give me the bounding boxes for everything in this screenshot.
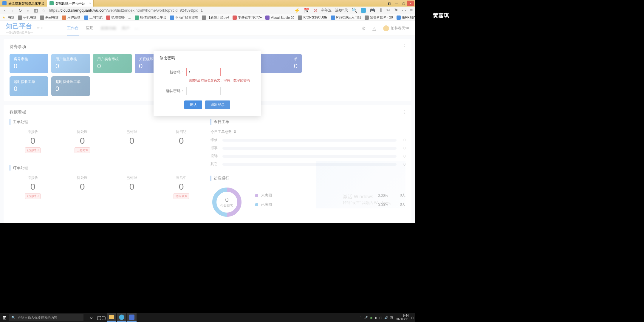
bookmark-item[interactable]: 咣哩咣啷（… <box>105 15 132 20</box>
taskbar-search[interactable]: 🔍 在这里输入你要搜索的内容 <box>9 314 83 321</box>
menu-icon[interactable]: ≡ <box>410 8 413 13</box>
tab-title: 盛全物业智慧信息化平台 <box>8 1 44 6</box>
browser-tab-0[interactable]: 盛全物业智慧信息化平台 <box>0 0 47 7</box>
browser-tab-1[interactable]: 智慧园区一体化平台 × <box>47 0 94 7</box>
tray-network-icon[interactable]: ▢ <box>379 316 382 319</box>
news-text[interactable]: 今年五一连放5天 <box>321 8 348 13</box>
bookmark-item[interactable]: 零基础学习C/C+ <box>231 15 263 20</box>
confirm-password-input[interactable] <box>186 87 221 95</box>
minimize-icon[interactable]: — <box>393 1 400 6</box>
game-icon[interactable]: 🎮 <box>369 7 375 13</box>
search-placeholder: 在这里输入你要搜索的内容 <box>18 315 57 320</box>
confirm-button[interactable]: 确认 <box>184 100 202 109</box>
password-hint: 需要8至12位包含英文、字符、数字的密码 <box>189 78 255 83</box>
more-icon[interactable]: ⋯ <box>402 7 406 13</box>
confirm-password-label: 确认密码： <box>160 89 186 94</box>
star-icon[interactable]: ☆ <box>41 8 46 13</box>
download-icon[interactable]: ⬇ <box>379 7 383 13</box>
flag-icon[interactable]: ⚑ <box>394 7 398 13</box>
cortana-icon[interactable]: ○ <box>86 313 96 322</box>
tray-icon[interactable]: 🎤 <box>364 316 368 319</box>
windows-taskbar: ⊞ 🔍 在这里输入你要搜索的内容 ○ ▢▢ ˄ 🎤 ◉ ▮ ▢ 🔊 英 9:44… <box>0 313 415 322</box>
tray-lang[interactable]: 英 <box>390 315 393 320</box>
close-icon[interactable]: × <box>89 1 91 5</box>
bookmark-item[interactable]: 书签 <box>7 15 16 20</box>
maximize-icon[interactable]: ▢ <box>400 1 407 6</box>
reload-icon[interactable]: ↻ <box>18 8 23 13</box>
skin-icon[interactable]: ◧ <box>386 1 392 6</box>
favicon-icon <box>2 1 7 5</box>
tray-chevron-icon[interactable]: ˄ <box>360 316 362 319</box>
presenter-name: 黄嘉琪 <box>433 12 449 19</box>
search-icon[interactable]: 🔍 <box>352 7 357 13</box>
url-field[interactable]: https://cloud.shengquanfuwu.com/web/dist… <box>49 8 291 13</box>
task-view-icon[interactable]: ▢▢ <box>97 313 106 322</box>
scissors-icon[interactable]: ✂ <box>386 7 390 13</box>
block-icon[interactable]: ⊘ <box>313 7 317 13</box>
tray-wechat-icon[interactable]: ◉ <box>370 316 373 319</box>
bookmark-item[interactable]: 手机书签 <box>17 15 38 20</box>
bookmark-item[interactable]: ICON艾特CUBE <box>297 15 328 20</box>
app-icon[interactable] <box>361 8 366 13</box>
bookmark-item[interactable]: Visual Studio 20 <box>264 16 295 20</box>
tab-title: 智慧园区一体化平台 <box>55 1 85 6</box>
search-icon: 🔍 <box>11 316 16 320</box>
bookmark-item[interactable]: 【新疆】绘ps4 <box>201 15 230 20</box>
panel-icon[interactable]: ▥ <box>33 8 38 13</box>
browser-tab-strip: 盛全物业智慧信息化平台 智慧园区一体化平台 × ◧ — ▢ × <box>0 0 415 7</box>
favicon-icon <box>49 1 54 5</box>
bookmark-item[interactable]: 德信智慧知己平台 <box>134 15 168 20</box>
flash-icon[interactable]: ⚡ <box>294 7 300 13</box>
star-icon[interactable]: ★ <box>2 16 5 19</box>
bookmark-item[interactable]: 上网导航 <box>83 15 104 20</box>
calendar-icon[interactable]: 📅 <box>304 7 310 13</box>
bookmark-item[interactable]: iPad书签 <box>39 15 60 20</box>
right-panel: 黄嘉琪 <box>415 0 644 322</box>
explorer-icon[interactable] <box>107 313 116 322</box>
start-button[interactable]: ⊞ <box>0 313 9 322</box>
forward-icon[interactable]: › <box>10 8 15 13</box>
logout-button[interactable]: 退出登录 <box>205 100 230 109</box>
bookmark-item[interactable]: 预告片世界 - 20 <box>363 15 394 20</box>
modal-title: 修改密码 <box>160 55 255 61</box>
taskbar-clock[interactable]: 9:44 2021/3/11 <box>396 314 409 321</box>
new-password-input[interactable] <box>186 68 221 76</box>
app-icon[interactable] <box>127 313 137 322</box>
bookmark-bar: ★ 书签 手机书签 iPad书签 用户反馈 上网导航 咣哩咣啷（… 德信智慧知己… <box>0 14 415 21</box>
new-password-label: 新密码： <box>160 70 186 75</box>
close-window-icon[interactable]: × <box>407 1 414 6</box>
change-password-modal: 修改密码 新密码： 需要8至12位包含英文、字符、数字的密码 确认密码： 确认 … <box>154 51 261 116</box>
tray-volume-icon[interactable]: 🔊 <box>384 316 388 319</box>
back-icon[interactable]: ‹ <box>2 8 7 13</box>
address-bar: ‹ › ↻ ⌂ ▥ ☆ https://cloud.shengquanfuwu.… <box>0 7 415 14</box>
tray-battery-icon[interactable]: ▮ <box>375 316 377 319</box>
bookmark-item[interactable]: 不动产经营管理 <box>169 15 199 20</box>
notification-icon[interactable]: ▢ <box>411 316 414 319</box>
home-icon[interactable]: ⌂ <box>26 8 30 13</box>
bookmark-item[interactable]: PS2019从入门到 <box>330 15 362 20</box>
bookmark-item[interactable]: 用户反馈 <box>61 15 82 20</box>
browser-icon[interactable] <box>117 313 126 322</box>
